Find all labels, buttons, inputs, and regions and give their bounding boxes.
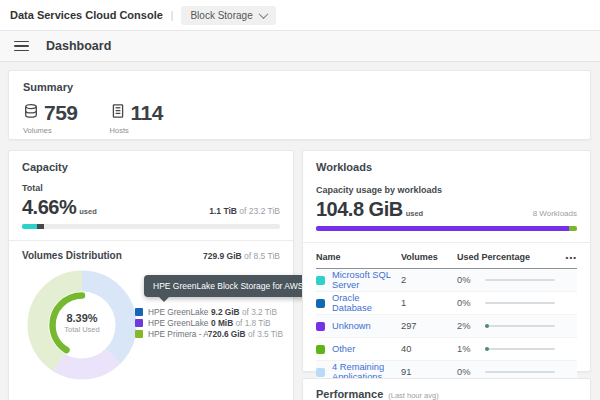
metric-value: 114 [131,101,163,125]
legend-value: 0 MiB of 1.8 TiB [211,318,271,328]
table-row: Unknown2972% [316,315,577,338]
workloads-usage-value: 104.8 GiB [316,198,403,221]
metric-value: 759 [44,101,78,125]
workload-swatch [316,368,325,377]
divider [9,240,293,241]
app-brand: Data Services Cloud Console [10,9,163,21]
workload-swatch [316,299,325,308]
workload-name-link[interactable]: Microsoft SQL Server [332,270,401,290]
workload-swatch [316,322,325,331]
menu-icon[interactable] [14,41,29,52]
donut-segment[interactable] [53,296,112,355]
chart-tooltip: HPE GreenLake Block Storage for AWS [144,275,312,297]
used-percentage-bar [485,279,555,281]
used-percentage-bar [485,371,555,373]
summary-metric-hosts: 114Hosts [110,101,163,135]
capacity-title: Capacity [22,161,280,173]
workload-swatch [316,276,325,285]
workload-used-percentage: 0% [457,367,485,377]
hosts-icon [110,103,126,123]
workload-volumes: 40 [401,344,457,354]
workload-used-percentage: 0% [457,298,485,308]
workloads-used-suffix: used [406,209,424,218]
workload-used-percentage: 0% [457,275,485,285]
capacity-usage-text: 1.1 TiB of 23.2 TiB [209,206,280,216]
legend-value: 720.6 GiB of 3.5 TiB [208,329,283,339]
performance-subtitle: (Last hour avg) [388,391,438,400]
workload-volumes: 1 [401,298,457,308]
capacity-bar-used [22,224,37,229]
volumes-icon [23,103,39,123]
page-title: Dashboard [46,39,111,53]
performance-card: Performance (Last hour avg) [302,378,591,400]
legend-swatch [135,308,143,316]
capacity-card: Capacity Total 4.66% used 1.1 TiB of 23.… [8,150,294,400]
column-header-volumes: Volumes [401,252,457,262]
workloads-usage-label: Capacity usage by workloads [316,185,577,195]
table-row: Other401% [316,338,577,361]
workloads-table: Name Volumes Used Percentage ••• Microso… [316,245,577,384]
workloads-usage-bar [316,226,577,231]
metric-label: Hosts [110,126,163,135]
workloads-count: 8 Workloads [533,209,577,218]
used-percentage-dot [485,347,489,351]
column-header-used-percentage: Used Percentage [457,252,561,262]
capacity-total-label: Total [22,183,280,193]
divider [303,242,590,243]
summary-card: Summary 759Volumes114Hosts [8,70,591,140]
volumes-distribution-title: Volumes Distribution [22,250,122,261]
workload-name-link[interactable]: Unknown [332,321,371,331]
app-header: Dashboard [0,30,600,62]
capacity-bar-marker [37,224,44,229]
summary-title: Summary [23,81,576,93]
metric-label: Volumes [23,126,78,135]
capacity-usage-bar [22,224,280,229]
performance-title: Performance [316,388,383,400]
service-selector-dropdown[interactable]: Block Storage [181,6,275,25]
legend-value: 9.2 GiB of 3.2 TiB [211,307,277,317]
volumes-distribution-usage-text: 729.9 GiB of 8.5 TiB [203,251,280,261]
workload-used-percentage: 1% [457,344,485,354]
table-more-options-icon[interactable]: ••• [566,253,577,262]
legend-swatch [135,330,143,338]
legend-swatch [135,319,143,327]
column-header-name: Name [316,252,401,262]
workload-name-link[interactable]: Oracle Database [332,293,401,313]
used-percentage-dot [485,324,489,328]
workload-volumes: 91 [401,367,457,377]
workload-swatch [316,345,325,354]
legend-item[interactable]: HPE Primera - All fl...720.6 GiB of 3.5 … [135,328,283,339]
table-row: Microsoft SQL Server20% [316,269,577,292]
workload-used-percentage: 2% [457,321,485,331]
legend-item[interactable]: HPE GreenLake Bl...9.2 GiB of 3.2 TiB [135,306,283,317]
workloads-bar-segment [316,226,569,231]
workload-name-link[interactable]: Other [332,344,355,354]
donut-legend: HPE GreenLake Bl...9.2 GiB of 3.2 TiBHPE… [135,306,283,339]
used-percentage-bar [485,325,555,327]
volumes-distribution-chart-block: 8.39% Total Used HPE GreenLake Block Sto… [22,265,280,389]
legend-name: HPE GreenLake Bl... [148,307,211,317]
chevron-down-icon [258,9,268,19]
brand-separator: | [171,10,174,21]
summary-metrics: 759Volumes114Hosts [23,101,576,135]
used-percentage-bar [485,302,555,304]
summary-metric-volumes: 759Volumes [23,101,78,135]
volumes-distribution-donut-chart[interactable] [22,265,142,385]
workload-volumes: 2 [401,275,457,285]
capacity-percent-used: 4.66% [22,196,76,219]
service-selector-label: Block Storage [190,10,252,21]
used-percentage-bar [485,348,555,350]
legend-name: HPE Primera - All fl... [148,329,208,339]
workload-volumes: 297 [401,321,457,331]
workloads-card: Workloads Capacity usage by workloads 10… [302,150,591,372]
legend-name: HPE GreenLake for... [148,318,211,328]
table-row: Oracle Database10% [316,292,577,315]
legend-item[interactable]: HPE GreenLake for...0 MiB of 1.8 TiB [135,317,283,328]
workloads-title: Workloads [316,161,577,173]
top-bar: Data Services Cloud Console | Block Stor… [0,0,600,30]
workloads-bar-segment [569,226,577,231]
capacity-used-suffix: used [79,207,97,216]
workloads-table-header: Name Volumes Used Percentage ••• [316,245,577,269]
